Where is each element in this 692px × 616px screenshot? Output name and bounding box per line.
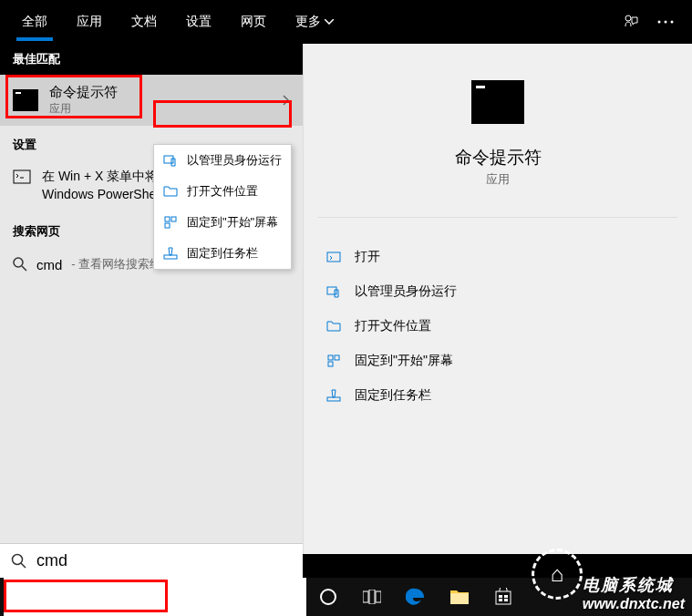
divider	[318, 217, 677, 218]
svg-point-3	[671, 21, 674, 24]
cmd-preview-icon	[471, 80, 524, 124]
watermark-url: www.dnxtc.net	[583, 596, 685, 612]
search-input[interactable]	[36, 551, 292, 570]
watermark: 电脑系统城 www.dnxtc.net	[583, 574, 685, 612]
action-run-admin-label: 以管理员身份运行	[355, 283, 457, 300]
watermark-logo: ⌂	[532, 549, 583, 600]
action-pin-taskbar-label: 固定到任务栏	[355, 387, 431, 404]
svg-rect-22	[363, 591, 368, 602]
context-open-location[interactable]: 打开文件位置	[154, 176, 291, 207]
search-icon	[11, 553, 27, 570]
cmd-swap-icon	[13, 168, 31, 186]
taskbar-search-area	[4, 578, 306, 616]
svg-rect-17	[328, 362, 333, 366]
action-open[interactable]: 打开	[318, 240, 677, 274]
folder-icon	[325, 318, 342, 334]
svg-rect-13	[327, 252, 340, 262]
header-bar: 全部 应用 文档 设置 网页 更多	[0, 0, 692, 44]
edge-icon[interactable]	[394, 578, 438, 616]
websearch-query: cmd	[36, 257, 62, 272]
action-run-admin[interactable]: 以管理员身份运行	[318, 274, 677, 309]
svg-rect-16	[335, 355, 339, 360]
action-open-location[interactable]: 打开文件位置	[318, 309, 677, 344]
svg-rect-10	[171, 217, 176, 221]
tab-more[interactable]: 更多	[281, 3, 348, 41]
svg-rect-24	[376, 591, 381, 602]
pin-taskbar-icon	[163, 246, 178, 261]
context-run-admin-label: 以管理员身份运行	[187, 152, 282, 169]
svg-rect-12	[164, 255, 177, 259]
header-actions	[623, 14, 685, 30]
result-name: 命令提示符	[49, 84, 118, 101]
tab-all[interactable]: 全部	[7, 3, 62, 41]
svg-rect-23	[369, 590, 375, 604]
svg-rect-9	[165, 217, 170, 221]
svg-rect-27	[499, 595, 502, 598]
svg-rect-18	[327, 397, 340, 401]
preview-panel: 命令提示符 应用 打开 以管理员身份运行 打开文件位置 固定到"开始"屏幕	[303, 44, 692, 554]
task-view-icon[interactable]	[350, 578, 394, 616]
svg-point-19	[13, 554, 23, 564]
svg-line-7	[22, 266, 26, 271]
context-pin-start[interactable]: 固定到"开始"屏幕	[154, 207, 291, 238]
svg-point-0	[625, 15, 631, 21]
result-cmd[interactable]: 命令提示符 应用	[0, 75, 303, 126]
preview-icon-wrap	[318, 66, 677, 139]
context-open-location-label: 打开文件位置	[187, 183, 258, 200]
pin-start-icon	[325, 353, 342, 369]
action-pin-taskbar[interactable]: 固定到任务栏	[318, 378, 677, 413]
best-match-header: 最佳匹配	[0, 44, 303, 75]
action-list: 打开 以管理员身份运行 打开文件位置 固定到"开始"屏幕 固定到任务栏	[318, 229, 677, 413]
search-bar	[0, 543, 303, 578]
admin-shield-icon	[325, 283, 342, 300]
chevron-down-icon	[325, 19, 334, 25]
tab-more-label: 更多	[295, 14, 321, 30]
search-tabs: 全部 应用 文档 设置 网页 更多	[7, 3, 348, 41]
tab-apps[interactable]: 应用	[62, 3, 117, 41]
svg-rect-25	[450, 593, 469, 604]
context-pin-taskbar[interactable]: 固定到任务栏	[154, 238, 291, 269]
svg-line-20	[21, 563, 26, 568]
svg-rect-15	[328, 355, 333, 360]
cmd-icon	[13, 89, 38, 111]
cortana-icon[interactable]	[306, 578, 350, 616]
context-menu: 以管理员身份运行 打开文件位置 固定到"开始"屏幕 固定到任务栏	[153, 144, 292, 270]
context-pin-taskbar-label: 固定到任务栏	[187, 245, 258, 262]
context-run-admin[interactable]: 以管理员身份运行	[154, 145, 291, 176]
action-pin-start[interactable]: 固定到"开始"屏幕	[318, 344, 677, 378]
svg-point-21	[321, 590, 336, 604]
pin-start-icon	[163, 215, 178, 230]
context-pin-start-label: 固定到"开始"屏幕	[187, 214, 278, 231]
more-options-icon[interactable]	[657, 20, 674, 24]
chevron-right-icon[interactable]	[283, 95, 290, 106]
svg-rect-11	[165, 223, 170, 228]
svg-rect-26	[496, 591, 511, 604]
preview-subtitle: 应用	[318, 171, 677, 206]
svg-point-1	[658, 21, 661, 24]
admin-shield-icon	[163, 153, 178, 168]
taskbar-icons	[306, 578, 525, 616]
svg-rect-30	[504, 599, 508, 601]
open-icon	[325, 249, 342, 265]
result-type: 应用	[49, 101, 118, 117]
action-open-label: 打开	[355, 249, 380, 265]
file-explorer-icon[interactable]	[438, 578, 481, 616]
pin-taskbar-icon	[325, 387, 342, 404]
folder-icon	[163, 184, 178, 199]
preview-title: 命令提示符	[318, 139, 677, 171]
svg-rect-4	[14, 170, 30, 183]
action-open-location-label: 打开文件位置	[355, 318, 431, 334]
store-icon[interactable]	[481, 578, 525, 616]
feedback-icon[interactable]	[623, 14, 639, 30]
svg-point-2	[665, 21, 667, 24]
svg-point-6	[14, 258, 23, 267]
svg-rect-28	[504, 595, 508, 598]
tab-web[interactable]: 网页	[226, 3, 281, 41]
search-icon	[13, 257, 27, 272]
action-pin-start-label: 固定到"开始"屏幕	[355, 353, 453, 369]
tab-documents[interactable]: 文档	[117, 3, 171, 41]
main-content: 最佳匹配 命令提示符 应用 设置 在 Win + X 菜单中将命令提示符替换为 …	[0, 44, 692, 554]
tab-settings[interactable]: 设置	[171, 3, 226, 41]
result-text: 命令提示符 应用	[49, 84, 118, 117]
watermark-cn: 电脑系统城	[583, 574, 685, 596]
